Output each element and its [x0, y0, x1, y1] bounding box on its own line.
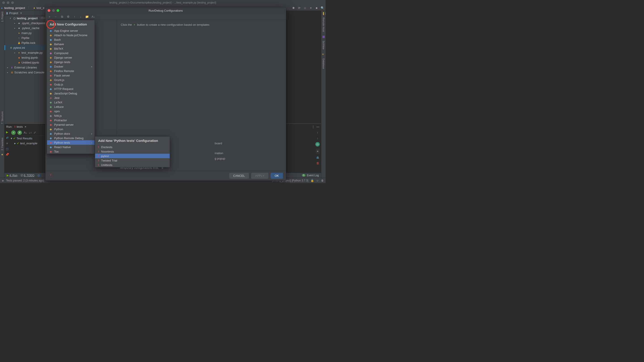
run-tab[interactable]: ▶ 4: Run [7, 174, 18, 177]
config-template-item[interactable]: ◆NW.js [47, 113, 94, 118]
config-template-item[interactable]: ◆Python tests▸ [47, 140, 94, 145]
remove-configuration-button[interactable]: － [54, 15, 58, 19]
close-dialog[interactable] [48, 9, 50, 12]
config-template-item[interactable]: ◆Protractor [47, 118, 94, 122]
apply-button[interactable]: APPLY [251, 173, 268, 179]
down-icon[interactable]: ↓ [317, 137, 318, 140]
add-icon[interactable]: ＋ [316, 149, 320, 154]
test-tree[interactable]: ▾ ✔ Test Results ▸ ✔ test_example [10, 136, 50, 178]
project-tree[interactable]: ▾ ▢ testing_project ~/Doc ▸■.ipynb_check… [4, 16, 47, 124]
remote-host-tab[interactable]: Remote Host [322, 18, 325, 32]
pin-icon[interactable]: 📌 [5, 153, 9, 156]
config-template-item[interactable]: ◆App Engine server [47, 29, 94, 33]
breadcrumb-file[interactable]: test_e [36, 6, 44, 10]
config-template-item[interactable]: ◆Lettuce [47, 105, 94, 109]
layout-icon[interactable]: ◫ [6, 147, 8, 151]
trash-icon[interactable]: 🗑 [321, 179, 324, 182]
chevron-right-icon[interactable]: ▸ [14, 22, 16, 24]
chevron-right-icon[interactable]: ▸ [14, 52, 16, 54]
show-ignored-icon[interactable]: ✗ [18, 130, 22, 135]
ok-button[interactable]: OK [270, 173, 283, 179]
config-template-item[interactable]: ◆Pyramid server [47, 122, 94, 127]
move-up-button[interactable]: ↑ [73, 15, 76, 19]
config-template-item[interactable]: ◆Django server [47, 55, 94, 60]
config-template-item[interactable]: ◆Bash [47, 37, 94, 42]
test-node[interactable]: ▸ ✔ test_example [10, 141, 50, 146]
stop-icon[interactable]: ■ [315, 6, 318, 10]
config-template-item[interactable]: ◆Compound [47, 51, 94, 55]
tree-item[interactable]: ●main.py [4, 31, 47, 35]
chevron-down-icon[interactable]: ▾ [20, 12, 22, 15]
test-results-root[interactable]: ▾ ✔ Test Results [10, 136, 50, 141]
config-template-item[interactable]: ◆Python Remote Debug [47, 136, 94, 140]
config-template-item[interactable]: ◆npm [47, 109, 94, 113]
up-icon[interactable]: ↑ [317, 131, 318, 134]
project-tool-tab[interactable]: 1: Project [1, 12, 4, 22]
show-passed-icon[interactable]: ✓ [11, 130, 16, 135]
config-template-item[interactable]: ◆React Native [47, 145, 94, 149]
tree-root[interactable]: ▾ ▢ testing_project ~/Doc [4, 16, 47, 21]
tree-item[interactable]: ▸●test_example.py [4, 50, 47, 55]
config-template-item[interactable]: ◆HTTP Request [47, 87, 94, 91]
indicator-icon[interactable]: ◈ [2, 179, 4, 182]
config-template-item[interactable]: ◆JavaScript Debug [47, 91, 94, 96]
todo-tab[interactable]: ☑ 6: TODO [20, 174, 34, 177]
minimize-dialog[interactable] [52, 9, 55, 12]
config-template-item[interactable]: ◆Docker▸ [47, 64, 94, 69]
tree-item[interactable]: 🔒Pipfile.lock [4, 40, 47, 45]
run-config-tab[interactable]: ⚕ tests × [14, 125, 26, 128]
config-template-item[interactable]: ◆Python docs▸ [47, 131, 94, 136]
chevron-down-icon[interactable]: ▾ [10, 17, 12, 20]
chevron-down-icon[interactable]: ▾ [11, 137, 12, 140]
settings-icon[interactable]: ✺ [292, 6, 295, 10]
config-template-item[interactable]: ◆Gulp.js [47, 82, 94, 87]
add-configuration-button[interactable]: ＋ [48, 15, 51, 19]
test-framework-item[interactable]: ⚕Doctests [95, 145, 170, 149]
tree-item[interactable]: ▸■.ipynb_checkpoints [4, 21, 47, 26]
project-header[interactable]: ▮ Project ▾ [4, 11, 47, 16]
add-new-configuration-menu[interactable]: Add New Configuration ◆App Engine server… [47, 20, 95, 154]
inspection-icon[interactable]: ☺ [316, 179, 319, 182]
python-tests-submenu[interactable]: Add New 'Python tests' Configuration ⚕Do… [95, 136, 170, 167]
run-icon[interactable]: ▶ [6, 130, 8, 134]
docker-tab-icon[interactable]: ⊡ [38, 174, 40, 177]
more-icon[interactable]: ⋮ [312, 125, 314, 128]
tree-item[interactable]: ▯Pipfile [4, 35, 47, 40]
config-template-item[interactable]: ◆Behave [47, 42, 94, 46]
tree-item[interactable]: ◉testing.ipynb [4, 55, 47, 60]
chevron-right-icon[interactable]: ▸ [7, 71, 10, 74]
minimize-icon[interactable]: — [316, 125, 319, 128]
favorites-tool-tab[interactable]: 2: Favorites [1, 138, 4, 150]
user-icon[interactable]: ☺ [303, 6, 307, 10]
test-framework-item[interactable]: ⚕pytest [95, 154, 170, 158]
search-icon[interactable]: 🔍 [321, 6, 324, 10]
delete-icon[interactable]: 🗑 [316, 162, 319, 165]
lock-icon[interactable]: 🔓 [310, 179, 314, 182]
chevron-right-icon[interactable]: ▸ [7, 66, 10, 69]
chevron-right-icon[interactable]: ▸ [14, 27, 16, 29]
breadcrumb-project[interactable]: testing_project [4, 6, 25, 10]
close-icon[interactable]: × [24, 125, 26, 128]
config-template-item[interactable]: ◆Tox [47, 149, 94, 154]
sort-icon[interactable]: A↓ [24, 131, 27, 134]
config-template-item[interactable]: ◆Python [47, 127, 94, 131]
print-icon[interactable]: 🖶 [316, 156, 319, 159]
config-template-item[interactable]: ◆Attach to Node.js/Chrome [47, 33, 94, 37]
config-template-item[interactable]: ◆Firefox Remote [47, 69, 94, 73]
dialog-window-controls[interactable] [48, 9, 59, 12]
maximize-dialog[interactable] [56, 9, 59, 12]
list-icon[interactable]: ≡ [309, 6, 312, 10]
config-template-item[interactable]: ◆Django tests [47, 60, 94, 64]
database-tab[interactable]: Database [322, 58, 325, 69]
sort-time-icon[interactable]: ↓↑ [29, 131, 32, 134]
tree-item[interactable]: ⚙pytest.ini [4, 45, 47, 50]
config-template-item[interactable]: ◆LaTeX [47, 100, 94, 105]
test-framework-item[interactable]: ⚕Unittests [95, 163, 170, 167]
filter-icon[interactable]: ⇄ [6, 136, 8, 139]
help-button[interactable]: ? [48, 173, 52, 177]
tree-scratches[interactable]: ▸ ▤ Scratches and Console [4, 70, 47, 75]
test-framework-item[interactable]: ⚕Nosetests [95, 149, 170, 154]
test-framework-item[interactable]: ⚕Twisted Trial [95, 158, 170, 163]
pause-icon[interactable]: ❚❚ [322, 12, 325, 14]
structure-tool-tab[interactable]: 7: Structure [1, 111, 4, 124]
